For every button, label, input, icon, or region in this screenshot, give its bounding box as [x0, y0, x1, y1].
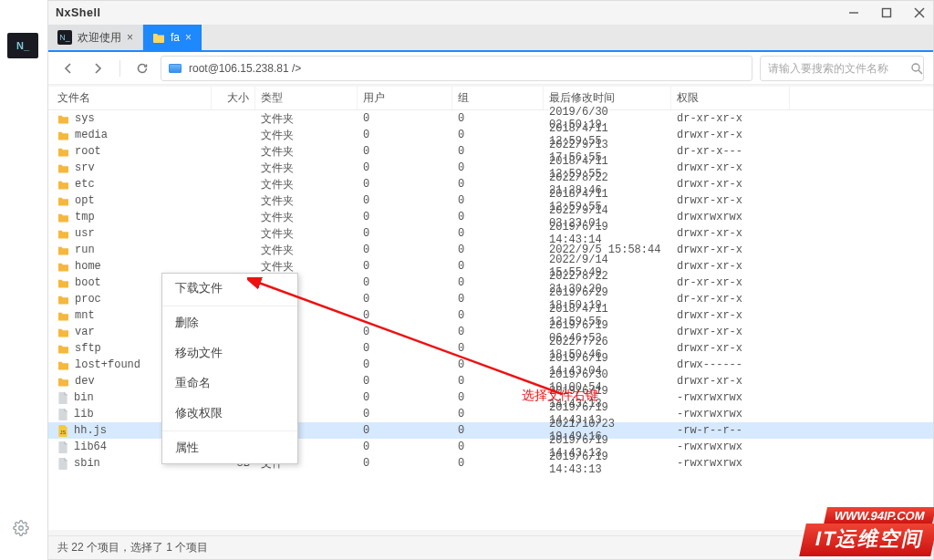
file-name: etc: [75, 178, 95, 191]
file-type: 文件夹: [255, 111, 358, 127]
file-group: 0: [452, 244, 544, 256]
file-group: 0: [452, 161, 544, 174]
col-type[interactable]: 类型: [255, 87, 358, 109]
tab-close-icon[interactable]: ×: [127, 31, 133, 44]
col-size[interactable]: 大小: [212, 87, 255, 109]
file-perm: drwx------: [671, 358, 790, 371]
file-perm: -rwxrwxrwx: [671, 457, 790, 470]
file-name: boot: [75, 276, 101, 289]
file-name: var: [75, 326, 95, 338]
file-group: 0: [452, 211, 544, 223]
ctx-item[interactable]: 属性: [162, 433, 297, 463]
table-row[interactable]: run文件夹002022/9/5 15:58:44drwxr-xr-x: [48, 242, 933, 258]
file-name: run: [75, 244, 95, 256]
file-perm: dr-xr-x---: [671, 145, 790, 158]
table-row[interactable]: etc文件夹002022/8/22 21:28:46drwxr-xr-x: [48, 176, 933, 192]
file-group: 0: [452, 424, 544, 437]
file-name: lib64: [74, 441, 107, 453]
svg-point-5: [912, 64, 919, 71]
file-name: dev: [75, 375, 95, 388]
col-user[interactable]: 用户: [358, 87, 452, 109]
file-group: 0: [452, 112, 544, 125]
table-row[interactable]: root文件夹002022/9/13 17:56:55dr-xr-x---: [48, 143, 933, 160]
table-row[interactable]: media文件夹002018/4/11 12:59:55drwxr-xr-x: [48, 127, 933, 143]
file-perm: drwxr-xr-x: [671, 178, 790, 191]
file-name: mnt: [75, 309, 95, 322]
folder-icon: [57, 213, 69, 223]
svg-line-6: [918, 70, 922, 74]
table-row[interactable]: usr文件夹002019/6/19 14:43:14drwxr-xr-x: [48, 225, 933, 242]
separator: [119, 60, 120, 77]
settings-gear-icon[interactable]: [13, 520, 29, 536]
file-mtime: 2019/6/19 14:43:13: [544, 451, 671, 476]
folder-icon: [152, 32, 165, 43]
nav-back-icon[interactable]: [57, 57, 79, 79]
search-input[interactable]: [768, 62, 905, 75]
file-user: 0: [358, 227, 452, 240]
tab-close-icon[interactable]: ×: [185, 31, 192, 44]
svg-rect-2: [883, 9, 891, 17]
file-user: 0: [358, 441, 452, 453]
file-perm: drwxr-xr-x: [671, 342, 790, 355]
table-row[interactable]: opt文件夹002018/4/11 12:59:55drwxr-xr-x: [48, 192, 933, 209]
address-bar[interactable]: root@106.15.238.81 />: [161, 56, 752, 81]
folder-icon: [57, 344, 69, 354]
folder-icon: [57, 327, 69, 337]
app-window: NxShell N_ 欢迎使用 × fa × root@106.15.238.8…: [47, 0, 934, 560]
file-perm: dr-xr-xr-x: [671, 276, 790, 289]
folder-icon: [57, 360, 69, 370]
col-group[interactable]: 组: [452, 87, 544, 109]
file-perm: drwxr-xr-x: [671, 129, 790, 141]
file-perm: drwxr-xr-x: [671, 309, 790, 322]
file-perm: drwxr-xr-x: [671, 375, 790, 388]
file-perm: drwxr-xr-x: [671, 260, 790, 273]
file-perm: drwxr-xr-x: [671, 227, 790, 240]
table-row[interactable]: sys文件夹002019/6/30 02:50:19dr-xr-xr-x: [48, 110, 933, 127]
file-group: 0: [452, 129, 544, 141]
grid-header: 文件名 大小 类型 用户 组 最后修改时间 权限: [48, 87, 933, 110]
folder-icon: [57, 163, 69, 173]
file-group: 0: [452, 194, 544, 207]
refresh-icon[interactable]: [131, 57, 153, 79]
folder-icon: [57, 377, 69, 387]
search-icon[interactable]: [910, 62, 923, 75]
search-box[interactable]: [760, 56, 924, 81]
file-perm: -rwxrwxrwx: [671, 408, 790, 420]
col-perm[interactable]: 权限: [671, 87, 790, 109]
file-type: 文件夹: [255, 128, 358, 143]
file-perm: drwxrwxrwx: [671, 211, 790, 223]
address-text: root@106.15.238.81 />: [189, 62, 301, 75]
file-group: 0: [452, 227, 544, 240]
folder-icon: [57, 311, 69, 321]
table-row[interactable]: srv文件夹002018/4/11 12:59:55drwxr-xr-x: [48, 160, 933, 176]
maximize-icon[interactable]: [880, 6, 893, 19]
folder-icon: [57, 114, 69, 124]
file-name: sbin: [74, 457, 100, 470]
table-row[interactable]: tmp文件夹002022/9/14 03:23:01drwxrwxrwx: [48, 209, 933, 225]
watermark: WWW.94IP.COM IT运维空间: [803, 507, 934, 556]
tab-welcome[interactable]: N_ 欢迎使用 ×: [48, 25, 143, 50]
nav-forward-icon[interactable]: [87, 57, 109, 79]
file-user: 0: [358, 457, 452, 470]
folder-icon: [57, 262, 69, 272]
folder-icon: [57, 147, 69, 157]
ctx-separator: [162, 430, 297, 431]
file-type: 文件夹: [255, 193, 358, 209]
file-mtime: 2019/6/19 14:43:14: [544, 221, 671, 246]
file-group: 0: [452, 408, 544, 420]
file-name: sftp: [75, 342, 101, 355]
close-icon[interactable]: [913, 6, 926, 19]
col-name[interactable]: 文件名: [52, 87, 212, 109]
minimize-icon[interactable]: [847, 6, 860, 19]
tab-bar: N_ 欢迎使用 × fa ×: [48, 25, 933, 50]
file-name: lost+found: [75, 358, 140, 371]
folder-icon: [57, 245, 69, 255]
file-perm: drwxr-xr-x: [671, 161, 790, 174]
file-name: proc: [75, 293, 101, 306]
annotation-label: 选择文件右键: [522, 388, 598, 404]
watermark-url: WWW.94IP.COM: [824, 507, 934, 524]
tab-active[interactable]: fa ×: [143, 25, 202, 50]
file-user: 0: [358, 211, 452, 223]
folder-icon: [57, 229, 69, 239]
tab-label: fa: [171, 31, 180, 44]
